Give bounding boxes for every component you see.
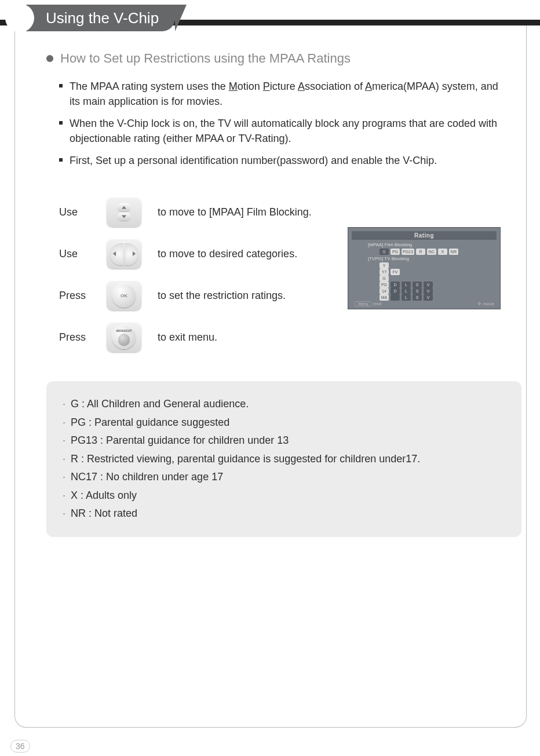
nav-up-down-icon	[107, 197, 141, 227]
page-number: 36	[10, 740, 30, 753]
osd-row-label: [MPAA] Film Blocking	[368, 242, 497, 247]
osd-title: Rating	[352, 231, 497, 240]
nav-left-right-icon	[107, 239, 141, 269]
osd-screenshot: Rating [MPAA] Film Blocking G PG PG13 R …	[348, 227, 501, 309]
bullet-icon	[46, 55, 53, 62]
step-desc: to exit menu.	[158, 331, 217, 344]
intro-item: First, Set up a personal identification …	[59, 153, 501, 168]
step-desc: to move to [MPAA] Film Blocking.	[158, 206, 312, 218]
rating-item: X : Adults only	[63, 487, 505, 505]
page-title: Using the V-Chip	[26, 5, 175, 31]
rating-item: R : Restricted viewing, parental guidanc…	[63, 450, 505, 469]
rating-item: PG : Parental guidance suggested	[63, 414, 505, 432]
rating-item: NR : Not rated	[63, 505, 505, 523]
intro-list: The MPAA rating system uses the Motion P…	[59, 79, 501, 168]
rating-item: PG13 : Parental guidance for children un…	[63, 432, 505, 450]
osd-menu-icon: menu	[354, 301, 373, 306]
steps-block: Use to move to [MPAA] Film Blocking. Use…	[59, 191, 501, 358]
rating-item: G : All Children and General audience.	[63, 395, 505, 414]
section-heading: How to Set up Restrictions using the MPA…	[46, 51, 501, 66]
osd-chip-row: G PG PG13 R NC X NR	[380, 249, 497, 255]
content-panel: How to Set up Restrictions using the MPA…	[14, 25, 527, 728]
intro-item: The MPAA rating system uses the Motion P…	[59, 79, 501, 109]
step-verb: Use	[59, 248, 90, 260]
ratings-legend: G : All Children and General audience. P…	[46, 381, 521, 537]
step-desc: to move to desired categories.	[158, 248, 297, 260]
intro-item: When the V-Chip lock is on, the TV will …	[59, 116, 501, 146]
step-row: Press to exit menu.	[59, 316, 501, 358]
osd-row-label: [TVPG] TV Blocking	[368, 256, 497, 261]
step-verb: Press	[59, 331, 90, 344]
rating-item: NC17 : No children under age 17	[63, 468, 505, 487]
step-verb: Press	[59, 290, 90, 302]
menu-exit-button-icon	[107, 322, 141, 352]
section-heading-text: How to Set up Restrictions using the MPA…	[60, 51, 351, 66]
step-verb: Use	[59, 206, 90, 218]
ok-button-icon: OK	[107, 280, 141, 311]
step-desc: to set the restriction ratings.	[158, 290, 286, 302]
